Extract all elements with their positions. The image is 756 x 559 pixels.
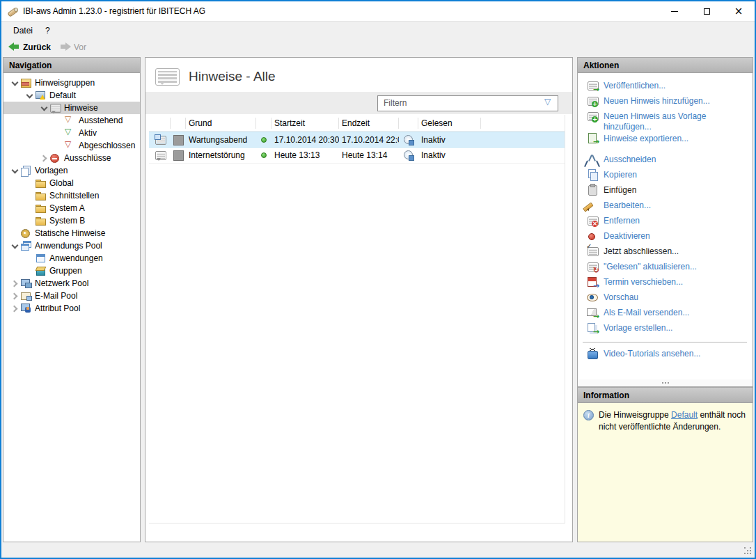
update-read-icon [587,261,598,272]
tree-item[interactable]: E-Mail Pool [3,290,140,302]
tree-item[interactable]: Anwendungen [3,252,140,265]
tree-expander-icon[interactable] [9,165,20,176]
hinweisgruppen-icon [20,77,31,88]
reschedule-icon [587,276,598,288]
tree-expander-icon[interactable] [9,303,20,314]
tree-item[interactable]: Aktiv [3,127,140,139]
action-link[interactable]: Vorlage erstellen... [587,322,748,337]
tree-item[interactable]: Anwendungs Pool [3,239,140,252]
minimize-button[interactable] [659,1,691,21]
tree-item[interactable]: System B [3,214,140,227]
action-label: Kopieren [604,170,640,180]
tree-item[interactable]: Schnittstellen [3,189,140,202]
tree-item[interactable]: Global [3,177,140,189]
column-header[interactable] [171,118,186,129]
action-label: Vorschau [604,292,641,303]
minimize-icon [671,11,678,12]
action-link[interactable]: Als E-Mail versenden... [587,306,748,322]
action-link[interactable]: Veröffentlichen... [587,79,748,95]
funnel-red-icon [64,140,75,151]
action-link[interactable]: Deaktivieren [587,230,748,245]
column-header[interactable]: Gelesen [418,118,481,129]
action-link[interactable]: "Gelesen" aktualisieren... [587,260,748,276]
column-header[interactable]: Endzeit [339,118,399,129]
gelesen-cell: Inaktiv [418,135,481,145]
tree-expander-icon[interactable] [24,253,35,264]
close-button[interactable]: × [723,1,755,21]
tree-item[interactable]: Hinweisgruppen [3,77,140,89]
column-header[interactable] [149,118,171,129]
action-link[interactable]: Entfernen [587,214,748,230]
forward-button[interactable]: Vor [56,42,89,53]
action-link[interactable]: Jetzt abschliessen... [587,245,748,260]
tree-expander-icon[interactable] [53,140,64,151]
app-window: IBI-aws Admin 1.23.0 - registriert für I… [0,0,756,559]
anwendungen-icon [35,253,46,264]
action-link[interactable]: Hinweise exportieren... [587,132,748,148]
action-link[interactable]: Kopieren [587,168,748,184]
tree-expander-icon[interactable] [53,127,64,139]
tree-item-label: System B [49,216,85,226]
tree-item[interactable]: Abgeschlossen [3,139,140,152]
tree-expander-icon[interactable] [24,90,35,101]
tree-item[interactable]: Default [3,89,140,102]
column-header[interactable]: Startzeit [271,118,339,129]
tree-item[interactable]: System A [3,202,140,214]
tree-item-label: Hinweisgruppen [35,78,95,88]
workspace: Navigation Hinweisgruppen Default [1,56,755,544]
tree-expander-icon[interactable] [38,102,49,113]
column-header[interactable] [256,118,271,129]
navigation-panel: Navigation Hinweisgruppen Default [3,57,141,542]
menu-item[interactable]: Datei [7,24,39,38]
tree-expander-icon[interactable] [24,215,35,226]
tree-item[interactable]: Attribut Pool [3,302,140,315]
tree-expander-icon[interactable] [24,265,35,276]
action-link[interactable]: Bearbeiten... [587,199,748,214]
tree-expander-icon[interactable] [9,278,20,289]
tree-expander-icon[interactable] [9,77,20,88]
resize-grip[interactable] [744,547,753,556]
action-link[interactable]: Termin verschieben... [587,276,748,291]
filter-input[interactable]: Filtern [377,95,558,111]
default-group-link[interactable]: Default [671,410,698,420]
action-link[interactable]: Video-Tutorials ansehen... [587,347,748,363]
tree-expander-icon[interactable] [24,190,35,201]
action-link[interactable]: Neuen Hinweis hinzufügen... [587,95,748,110]
tree-expander-icon[interactable] [9,240,20,251]
tree-item[interactable]: Gruppen [3,265,140,277]
window-controls: × [659,1,755,21]
panel-splitter[interactable] [578,379,753,386]
tree-item[interactable]: Statische Hinweise [3,227,140,239]
action-link[interactable]: Ausschneiden [587,153,748,168]
filter-funnel-icon[interactable] [544,98,553,108]
action-link[interactable]: Einfügen [587,184,748,199]
tree-item-label: Abgeschlossen [79,141,135,150]
column-header[interactable]: Grund [186,118,256,129]
action-link[interactable]: Neuen Hinweis aus Vorlage hinzufügen... [587,110,748,132]
actions-panel-header: Aktionen [578,58,753,73]
tree-expander-icon[interactable] [9,290,20,301]
maximize-button[interactable] [691,1,723,21]
tree-item-label: Vorlagen [35,166,68,175]
column-header[interactable] [399,118,418,129]
tree-item[interactable]: Hinweise [3,102,140,114]
back-button[interactable]: Zurück [6,42,54,53]
tree-expander-icon[interactable] [38,152,49,164]
page-title: Hinweise - Alle [189,69,276,84]
table-row[interactable]: Internetstörung Heute 13:13 Heute 13:14 … [149,148,565,164]
tree-item[interactable]: Vorlagen [3,164,140,177]
tree-item[interactable]: Netzwerk Pool [3,277,140,290]
tree-item-label: Global [49,178,74,188]
tree-item[interactable]: Ausschlüsse [3,152,140,164]
tree-expander-icon[interactable] [24,178,35,189]
action-link[interactable]: Vorschau [587,291,748,306]
tree-expander-icon[interactable] [9,228,20,239]
menu-item[interactable]: ? [39,24,56,38]
tree-expander-icon[interactable] [53,115,64,126]
tree-expander-icon[interactable] [24,203,35,214]
info-icon [583,410,594,420]
tree-item[interactable]: Ausstehend [3,114,140,127]
filter-bar: Filtern [145,92,572,114]
table-row[interactable]: Wartungsabend 17.10.2014 20:30 17.10.201… [149,132,565,148]
action-label: "Gelesen" aktualisieren... [604,262,700,272]
